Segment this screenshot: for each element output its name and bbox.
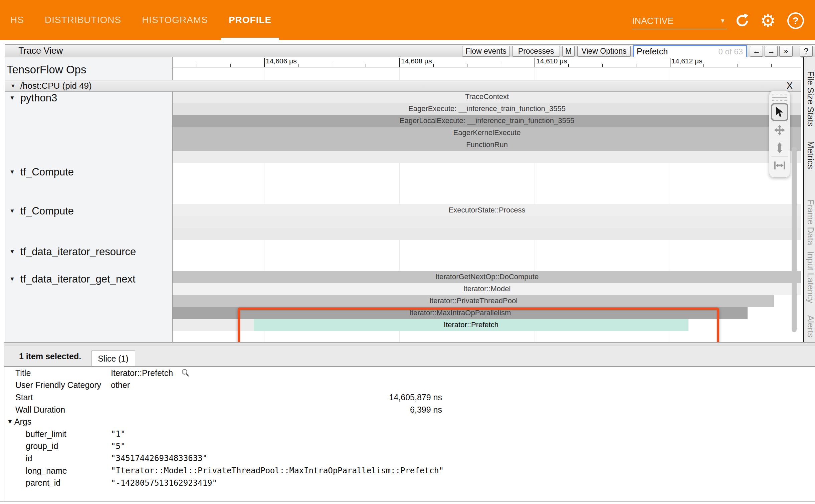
track-group-tf_Compute[interactable]: ▼tf_Compute [9,205,74,217]
detail-row-user-friendly-category: User Friendly Categoryother [4,379,815,392]
collapse-triangle-icon: ▼ [9,276,15,283]
ruler-minor-tick [771,64,772,67]
ruler-minor-tick [230,64,231,67]
flow-events-button[interactable]: Flow events [462,46,510,57]
trace-event-functionrun[interactable]: FunctionRun [173,139,801,151]
ruler-tick-label: 14,612 μs [671,57,702,65]
selection-count-label: 1 item selected. [19,352,81,361]
vertical-scrollbar[interactable] [792,147,797,332]
arg-value: "-1428057513162923419" [111,478,217,488]
side-tab-frame-data[interactable]: Frame Data [805,199,815,245]
view-options-button[interactable]: View Options [577,46,631,57]
timing-tool-button[interactable] [771,156,788,174]
select-tool-button[interactable] [771,103,788,121]
tool-palette [769,91,790,177]
prev-match-button[interactable]: ← [750,46,763,57]
tab-hs[interactable]: HS [0,0,34,40]
next-match-button[interactable]: → [765,46,778,57]
detail-label: Title [15,368,31,378]
trace-view-title: Trace View [18,46,63,56]
bottom-border [0,501,815,502]
process-header-row[interactable]: ▼ /host:CPU (pid 49) X [5,80,801,92]
ruler-major-tick [399,58,400,67]
detail-label: User Friendly Category [15,380,101,390]
trace-event-executorstate[interactable]: ExecutorState::Process [173,204,801,216]
tab-distributions[interactable]: DISTRIBUTIONS [34,0,132,40]
ruler-tick-label: 14,606 μs [266,57,297,65]
track-group-label: tf_Compute [20,166,74,178]
arg-name: buffer_limit [26,429,66,439]
ruler-minor-tick [197,64,197,67]
arg-value: "345174426934833633" [111,454,207,463]
detail-row-wall-duration: Wall Duration6,399 ns [4,404,815,416]
ruler-minor-tick [366,64,366,67]
details-panel: TitleIterator::PrefetchUser Friendly Cat… [4,367,815,502]
shortcut-help-button[interactable]: ? [800,46,813,57]
trace-event-iterator[interactable]: Iterator::Model [173,283,801,295]
selection-highlight-box [238,308,719,345]
ruler-minor-tick [433,64,434,67]
palette-drag-handle[interactable] [772,94,787,101]
app-header: HSDISTRIBUTIONSHISTOGRAMSPROFILE INACTIV… [0,0,815,40]
search-match-counter: 0 of 63 [719,47,746,56]
search-input[interactable]: Prefetch 0 of 63 [633,45,747,58]
track-group-label: tf_data_iterator_get_next [20,273,136,285]
trace-row-background [173,216,801,228]
magnifier-icon[interactable] [181,369,190,377]
track-group-tf_Compute[interactable]: ▼tf_Compute [9,166,74,178]
ruler-minor-tick [738,64,738,67]
cursor-arrow-icon [775,106,785,118]
track-group-label: tf_Compute [20,205,74,217]
detail-row-args[interactable]: ▼Args [4,416,815,428]
ruler-minor-tick [298,64,298,67]
ruler-minor-tick [703,64,704,67]
track-group-tf_data_iterator_resource[interactable]: ▼tf_data_iterator_resource [9,246,136,258]
ruler-minor-tick [332,64,333,67]
help-button[interactable]: ? [787,12,804,29]
vertical-zoom-icon [774,141,786,154]
arg-row-id: id"345174426934833633" [4,452,815,465]
side-tab-input-latency[interactable]: Input Latency [805,251,815,303]
refresh-button[interactable] [734,12,751,29]
side-tab-file-size-stats[interactable]: File Size Stats [805,71,815,126]
trace-event-tracecontext[interactable]: TraceContext [173,91,801,103]
trace-event-eagerexecute[interactable]: EagerExecute: __inference_train_function… [173,103,801,115]
pan-tool-button[interactable] [771,121,788,139]
header-tabs: HSDISTRIBUTIONSHISTOGRAMSPROFILE [0,0,282,40]
trace-event-iterator[interactable]: Iterator::PrivateThreadPool [173,295,774,307]
side-tab-metrics[interactable]: Metrics [805,141,815,169]
time-ruler: 14,606 μs14,608 μs14,610 μs14,612 μs [173,57,801,67]
tab-profile[interactable]: PROFILE [218,0,282,40]
run-selector[interactable]: INACTIVE ▼ [632,13,727,29]
collapse-triangle-icon: ▼ [9,208,15,214]
pan-icon [773,124,786,136]
tab-slice[interactable]: Slice (1) [91,351,135,366]
zoom-tool-button[interactable] [771,139,788,156]
detail-row-start: Start14,605,879 ns [4,391,815,404]
more-button[interactable]: » [779,46,793,57]
m-button[interactable]: M [562,46,575,57]
collapse-triangle-icon: ▼ [9,169,15,175]
process-close-button[interactable]: X [783,81,796,91]
processes-button[interactable]: Processes [512,46,560,57]
side-tab-alerts[interactable]: Alerts [805,315,815,337]
screen: HSDISTRIBUTIONSHISTOGRAMSPROFILE INACTIV… [0,0,815,504]
detail-row-title: TitleIterator::Prefetch [4,367,815,379]
trace-event-iteratorgetnextop[interactable]: IteratorGetNextOp::DoCompute [173,271,801,283]
tab-histograms[interactable]: HISTOGRAMS [132,0,218,40]
trace-row-background [173,228,801,240]
trace-event-eagerlocalexecute[interactable]: EagerLocalExecute: __inference_train_fun… [173,115,801,127]
ruler-minor-tick [636,64,637,67]
help-icon: ? [787,12,804,29]
chevron-down-icon: ▼ [720,18,727,24]
track-group-tf_data_iterator_get_next[interactable]: ▼tf_data_iterator_get_next [9,273,136,285]
refresh-icon [735,13,750,28]
track-group-python3[interactable]: ▼python3 [9,92,57,104]
args-label: Args [14,417,31,427]
process-header-label: /host:CPU (pid 49) [20,81,92,91]
ruler-major-tick [535,58,535,67]
trace-event-eagerkernelexecute[interactable]: EagerKernelExecute [173,127,801,139]
settings-button[interactable]: ⚙ [759,12,777,29]
timing-measure-icon [773,159,786,171]
ruler-major-tick [670,58,670,67]
